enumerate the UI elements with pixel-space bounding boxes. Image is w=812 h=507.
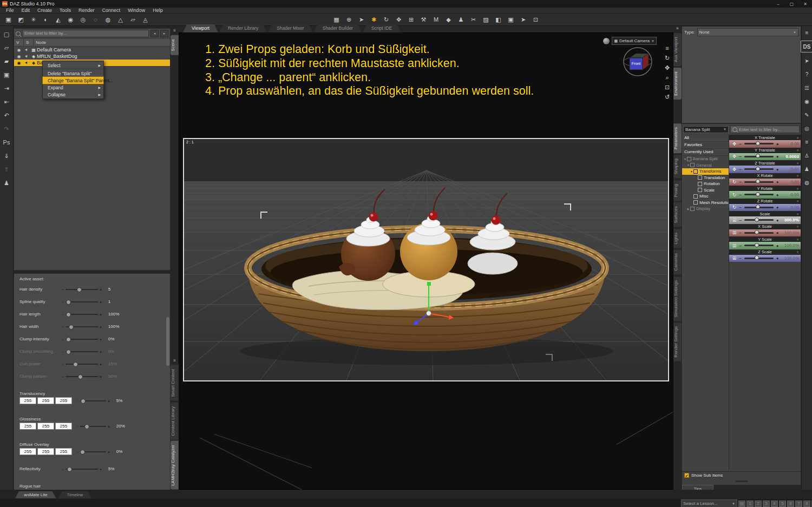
slider-increment[interactable]: ◆ (776, 206, 778, 209)
geometry-editor-icon[interactable]: ◆ (443, 15, 454, 24)
scene-filter-input[interactable]: Enter text to filter by... (22, 30, 149, 37)
new-distant-light-icon[interactable]: ◐ (40, 15, 51, 24)
pan-view-icon[interactable]: ✥ (665, 64, 670, 71)
gear-icon[interactable]: ✳ (796, 225, 799, 228)
slider-track[interactable] (66, 364, 98, 365)
close-button[interactable]: ✕ (798, 0, 812, 8)
slider-decrement[interactable]: - (62, 361, 64, 367)
info-icon[interactable]: ◉ (802, 96, 812, 107)
parameter-tree-item[interactable]: Scale (682, 187, 729, 194)
rgb-field-g[interactable]: 255 (37, 397, 54, 404)
viewport-globe-icon[interactable]: ⊕ (343, 15, 355, 24)
slider-thumb[interactable] (755, 218, 759, 222)
node-selector[interactable]: Banana Split ▼ (683, 126, 729, 133)
help-icon[interactable]: ? (802, 69, 812, 80)
slider-track[interactable] (80, 400, 106, 401)
visibility-eye-icon[interactable]: ◉ (15, 61, 23, 65)
slider-thumb[interactable] (756, 179, 760, 183)
figure-setup-icon[interactable]: ♟ (455, 15, 467, 24)
slider-increment[interactable]: ◆ (776, 168, 778, 171)
gear-icon[interactable]: ✳ (796, 199, 799, 203)
slider-decrement[interactable]: - (62, 374, 64, 379)
dock-tab[interactable]: Surfaces (673, 202, 682, 227)
create-group-icon[interactable]: ◌ (90, 15, 101, 24)
pane-options-icon[interactable]: ≡ (674, 26, 681, 31)
layered-image-icon[interactable]: ◧ (493, 15, 504, 24)
slider-increment[interactable]: ◆ (100, 350, 102, 353)
dock-tab[interactable]: Posing (673, 180, 682, 201)
create-plane-icon[interactable]: ▱ (127, 15, 139, 24)
redo-icon[interactable]: ↷ (0, 123, 13, 135)
context-menu-item[interactable]: Select ▶ (43, 62, 103, 69)
orbit-view-icon[interactable]: ↻ (665, 55, 670, 61)
parameters-filter-input[interactable]: Enter text to filter by... (730, 126, 800, 133)
tree-expand-icon[interactable]: ▼ (686, 163, 690, 167)
slider-decrement[interactable]: – (739, 192, 742, 197)
send-up-icon[interactable]: ⇑ (0, 163, 13, 175)
slider-increment[interactable]: ◆ (776, 219, 778, 222)
view-cube[interactable]: Front (622, 46, 653, 77)
slider-increment[interactable]: ◆ (108, 450, 110, 453)
grab-tool-icon[interactable]: ♟ (802, 163, 812, 174)
show-sub-items-checkbox[interactable] (684, 473, 689, 478)
gear-icon[interactable]: ✳ (796, 148, 799, 152)
slider-track[interactable] (744, 245, 774, 246)
slider-decrement[interactable]: - (62, 349, 64, 354)
dock-tab[interactable]: Content Library (171, 403, 179, 440)
slider-thumb[interactable] (69, 325, 74, 330)
slider-increment[interactable]: ◆ (100, 300, 102, 304)
dock-tab[interactable]: Cameras (673, 249, 682, 274)
viewport-tab[interactable]: Shader Mixer (268, 24, 313, 32)
slider-thumb[interactable] (66, 350, 71, 354)
shader-tool-icon[interactable]: ▨ (480, 15, 492, 24)
slider-decrement[interactable]: – (739, 255, 742, 261)
lamh-brush-icon[interactable]: ✎ (802, 109, 812, 120)
menu-item[interactable]: Render (75, 8, 99, 13)
dock-tab[interactable]: Lights (673, 229, 682, 248)
slider-thumb[interactable] (756, 205, 760, 209)
slider-thumb[interactable] (77, 287, 82, 292)
slider-decrement[interactable]: - (62, 337, 64, 342)
slider-track[interactable] (744, 258, 774, 259)
splitter-handle[interactable] (735, 480, 748, 482)
lesson-number-button[interactable]: 8 (803, 501, 810, 507)
slider-decrement[interactable]: - (77, 424, 78, 429)
slider-thumb[interactable] (78, 374, 83, 379)
dock-tab[interactable]: Simulation Settings (673, 276, 682, 321)
slider-thumb[interactable] (756, 167, 760, 171)
new-environment-icon[interactable]: ◉ (65, 15, 76, 24)
slider-decrement[interactable]: – (739, 230, 742, 235)
slider-increment[interactable]: ◆ (100, 288, 102, 291)
param-value[interactable]: 0.00 (780, 180, 799, 185)
slider-thumb[interactable] (73, 362, 78, 367)
slider-thumb[interactable] (84, 424, 89, 429)
slider-thumb[interactable] (755, 255, 759, 260)
viewport-tab[interactable]: Render Library (219, 24, 267, 32)
lesson-selector[interactable]: Select a Lesson... ▼ (681, 499, 737, 507)
slider-track[interactable] (744, 181, 774, 183)
viewport-canvas[interactable]: 1. Zwei Props geladen: Korb und Süßigkei… (179, 32, 673, 490)
param-value[interactable]: 0.00 (780, 167, 799, 172)
slider-track[interactable] (66, 376, 98, 377)
context-menu-item[interactable]: Delete "Banana Split" (43, 70, 103, 77)
slider-decrement[interactable]: - (77, 449, 78, 455)
param-value[interactable]: 300.0% (780, 218, 799, 222)
photoshop-bridge-icon[interactable]: Ps (0, 136, 13, 148)
slider-thumb[interactable] (81, 399, 86, 404)
doc-list-icon[interactable]: ☰ (802, 82, 812, 93)
dock-tab[interactable]: Parameters (673, 123, 682, 153)
slider-increment[interactable]: ◆ (108, 399, 110, 403)
param-value[interactable]: 0.00 (780, 141, 799, 146)
viewport-tab[interactable]: Viewport (183, 24, 218, 32)
menu-item[interactable]: Create (34, 8, 56, 13)
slider-decrement[interactable]: - (62, 466, 64, 472)
viewport-tab[interactable]: Shader Builder (314, 24, 362, 32)
create-primitive-icon[interactable]: △ (115, 15, 126, 24)
slider-decrement[interactable]: - (62, 324, 64, 330)
slider-thumb[interactable] (756, 154, 760, 158)
rgb-field-b[interactable]: 255 (55, 423, 72, 430)
slider-track[interactable] (744, 194, 774, 195)
dock-tab[interactable]: Smart Content (171, 365, 179, 401)
camera-selector[interactable]: ▦ Default Camera ▼ (612, 37, 657, 45)
param-value[interactable]: 100.0% (780, 256, 799, 261)
